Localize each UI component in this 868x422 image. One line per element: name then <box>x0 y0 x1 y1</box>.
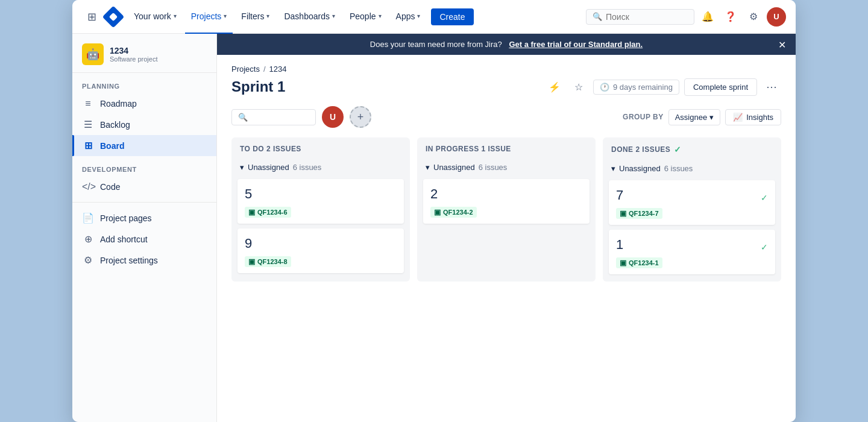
sidebar-item-roadmap[interactable]: ≡ Roadmap <box>72 93 216 114</box>
card-tag: ▣ QF1234-1 <box>616 257 662 268</box>
column-header-inprogress: IN PROGRESS 1 ISSUE <box>423 145 590 153</box>
unassigned-section-inprogress[interactable]: ▾ Unassigned 6 issues <box>423 160 590 174</box>
chevron-down-icon: ▾ <box>174 13 177 19</box>
unassigned-section-done[interactable]: ▾ Unassigned 6 issues <box>609 162 775 175</box>
sidebar-item-label: Project pages <box>100 213 152 223</box>
card-number: 5 <box>245 186 397 202</box>
board-search-input[interactable] <box>251 113 309 122</box>
settings-icon[interactable]: ⚙ <box>744 7 763 27</box>
settings-icon: ⚙ <box>82 254 94 266</box>
app-window: ⊞ Your work ▾ Projects ▾ Filters ▾ Dashb… <box>72 0 796 422</box>
sidebar-item-label: Add shortcut <box>100 235 148 244</box>
sidebar: 🤖 1234 Software project PLANNING ≡ Roadm… <box>72 34 217 422</box>
card-todo-2[interactable]: 9 ▣ QF1234-8 <box>237 228 404 273</box>
sidebar-item-backlog[interactable]: ☰ Backlog <box>72 114 216 135</box>
days-remaining: 🕐 9 days remaining <box>593 80 679 95</box>
column-inprogress: IN PROGRESS 1 ISSUE ▾ Unassigned 6 issue… <box>417 137 596 282</box>
breadcrumb-separator: / <box>263 65 266 74</box>
sidebar-item-project-pages[interactable]: 📄 Project pages <box>72 207 216 228</box>
sidebar-item-label: Board <box>100 141 124 151</box>
group-by-select[interactable]: Assignee ▾ <box>668 109 720 125</box>
sidebar-item-board[interactable]: ⊞ Board <box>72 135 216 156</box>
clock-icon: 🕐 <box>600 83 609 92</box>
project-type: Software project <box>110 55 157 63</box>
nav-dashboards[interactable]: Dashboards ▾ <box>278 0 341 34</box>
divider <box>72 202 216 203</box>
card-footer: ▣ QF1234-8 <box>245 256 397 267</box>
code-icon: </> <box>82 181 94 192</box>
card-footer: ▣ QF1234-2 <box>430 207 582 218</box>
board-search[interactable]: 🔍 <box>231 109 316 125</box>
sidebar-item-code[interactable]: </> Code <box>72 177 216 197</box>
unassigned-label: Unassigned <box>248 163 289 172</box>
nav-your-work[interactable]: Your work ▾ <box>128 0 183 34</box>
add-member-button[interactable]: + <box>350 106 371 128</box>
card-tag: ▣ QF1234-7 <box>616 208 662 219</box>
lightning-icon[interactable]: ⚡ <box>545 77 564 96</box>
card-done-row: 1 ✓ <box>616 237 768 257</box>
star-icon[interactable]: ☆ <box>569 77 588 96</box>
chevron-down-icon: ▾ <box>611 164 615 173</box>
search-box[interactable]: 🔍 <box>586 9 694 25</box>
nav-projects[interactable]: Projects ▾ <box>185 0 233 34</box>
logo[interactable] <box>104 7 123 27</box>
chevron-down-icon: ▾ <box>332 13 335 19</box>
create-button[interactable]: Create <box>431 8 473 25</box>
board-toolbar: 🔍 U + GROUP BY Assignee ▾ 📈 Insights <box>231 106 781 128</box>
sidebar-item-project-settings[interactable]: ⚙ Project settings <box>72 250 216 271</box>
sidebar-item-label: Project settings <box>100 256 158 265</box>
card-footer: ▣ QF1234-6 <box>245 207 397 218</box>
search-input[interactable] <box>606 12 688 22</box>
card-todo-1[interactable]: 5 ▣ QF1234-6 <box>237 179 404 224</box>
board-icon: ⊞ <box>82 140 94 151</box>
story-icon: ▣ <box>434 208 441 216</box>
sprint-actions: ⚡ ☆ 🕐 9 days remaining Complete sprint ⋯ <box>545 77 781 96</box>
notifications-icon[interactable]: 🔔 <box>698 7 717 27</box>
story-icon: ▣ <box>248 208 255 216</box>
search-icon: 🔍 <box>238 113 248 122</box>
top-navigation: ⊞ Your work ▾ Projects ▾ Filters ▾ Dashb… <box>72 0 796 34</box>
chevron-down-icon: ▾ <box>379 13 382 19</box>
card-done-2[interactable]: 1 ✓ ▣ QF1234-1 <box>609 230 775 274</box>
card-inprogress-1[interactable]: 2 ▣ QF1234-2 <box>423 179 590 224</box>
more-options-icon[interactable]: ⋯ <box>762 77 781 96</box>
complete-sprint-button[interactable]: Complete sprint <box>684 78 757 96</box>
planning-label: PLANNING <box>72 73 216 93</box>
pages-icon: 📄 <box>82 212 94 224</box>
help-icon[interactable]: ❓ <box>721 7 740 27</box>
card-number: 9 <box>245 236 397 251</box>
user-avatar[interactable]: U <box>322 106 344 128</box>
breadcrumb-project-id[interactable]: 1234 <box>269 65 287 74</box>
chevron-down-icon: ▾ <box>240 163 244 172</box>
story-icon: ▣ <box>248 257 255 266</box>
sidebar-item-label: Backlog <box>100 120 130 130</box>
card-footer: ▣ QF1234-1 <box>616 257 768 268</box>
banner-text: Does your team need more from Jira? <box>370 40 502 49</box>
main-layout: 🤖 1234 Software project PLANNING ≡ Roadm… <box>72 34 796 422</box>
nav-apps[interactable]: Apps ▾ <box>390 0 427 34</box>
chevron-down-icon: ▾ <box>709 113 714 122</box>
roadmap-icon: ≡ <box>82 98 94 109</box>
project-icon: 🤖 <box>82 43 104 65</box>
nav-people[interactable]: People ▾ <box>344 0 388 34</box>
banner-close-button[interactable]: ✕ <box>778 39 786 50</box>
banner-link[interactable]: Get a free trial of our Standard plan. <box>509 40 643 49</box>
card-done-1[interactable]: 7 ✓ ▣ QF1234-7 <box>609 180 775 225</box>
grid-icon[interactable]: ⊞ <box>82 7 101 27</box>
card-footer: ▣ QF1234-7 <box>616 208 768 219</box>
unassigned-label: Unassigned <box>619 164 661 173</box>
breadcrumb-projects[interactable]: Projects <box>231 65 260 74</box>
days-remaining-text: 9 days remaining <box>613 83 673 92</box>
checkmark-icon: ✓ <box>761 193 768 203</box>
nav-filters[interactable]: Filters ▾ <box>235 0 275 34</box>
chevron-down-icon: ▾ <box>426 163 430 172</box>
card-tag: ▣ QF1234-2 <box>430 207 477 218</box>
sidebar-item-add-shortcut[interactable]: ⊕ Add shortcut <box>72 228 216 250</box>
insights-button[interactable]: 📈 Insights <box>725 109 781 125</box>
unassigned-section-todo[interactable]: ▾ Unassigned 6 issues <box>237 160 404 174</box>
group-by-label: GROUP BY <box>623 113 664 121</box>
avatar[interactable]: U <box>767 7 786 27</box>
column-header-todo: TO DO 2 ISSUES <box>237 145 404 153</box>
card-tag: ▣ QF1234-8 <box>245 256 291 267</box>
column-header-done: DONE 2 ISSUES ✓ <box>609 145 775 154</box>
